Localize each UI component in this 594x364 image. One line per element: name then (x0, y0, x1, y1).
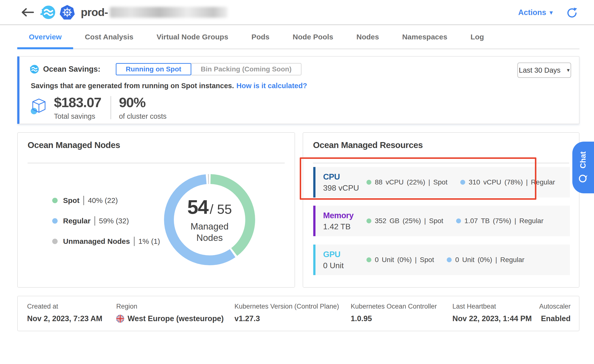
tab-overview[interactable]: Overview (17, 25, 73, 49)
cluster-cost-label: of cluster costs (119, 112, 166, 120)
actions-label: Actions (518, 8, 546, 17)
resource-row-cpu: CPU 398 vCPU 88 vCPU (22%) | Spot 310 vC… (313, 167, 570, 198)
stat-divider (111, 96, 111, 119)
savings-toggle: Running on Spot Bin Packing (Coming Soon… (116, 63, 301, 75)
uk-flag-icon (116, 315, 124, 323)
spot-dot-icon (366, 218, 371, 223)
gpu-total: 0 Unit (323, 261, 362, 270)
arrow-left-icon (21, 8, 34, 17)
spot-dot-icon (366, 180, 371, 185)
memory-spot-stat: 352 GB (25%) | Spot (366, 217, 443, 225)
regular-dot-icon (52, 218, 58, 224)
donut-label: Managed Nodes (191, 221, 229, 244)
ocean-managed-resources-card: Ocean Managed Resources CPU 398 vCPU 88 … (303, 132, 579, 288)
cluster-info-bar: Created at Nov 2, 2023, 7:23 AM Region W… (17, 296, 579, 331)
cpu-total: 398 vCPU (323, 183, 362, 193)
page-title: prod- (81, 6, 228, 19)
period-dropdown[interactable]: Last 30 Days ▾ (517, 63, 571, 78)
tab-nodes[interactable]: Nodes (345, 25, 391, 49)
period-value: Last 30 Days (519, 66, 561, 74)
cluster-name-prefix: prod- (81, 6, 108, 19)
cluster-cost-percent: 90% (119, 96, 166, 109)
divider (313, 163, 569, 163)
cluster-cost-stat: 90% of cluster costs (119, 96, 166, 120)
nodes-legend: Spot 40% (22) Regular 59% (32) Unmanaged… (52, 194, 160, 255)
back-button[interactable] (21, 7, 35, 17)
gpu-regular-stat: 0 Unit (0%) | Regular (447, 256, 524, 264)
cpu-spot-stat: 88 vCPU (22%) | Spot (366, 178, 447, 186)
total-count: / 55 (210, 201, 232, 217)
info-ocean-controller: Kubernetes Ocean Controller 1.0.95 (351, 303, 437, 323)
info-region: Region West Europe (westeurope) (116, 303, 224, 323)
unmanaged-dot-icon (52, 239, 58, 244)
managed-count: 54 (187, 196, 208, 218)
savings-cube-icon (31, 97, 47, 116)
chat-bubble-icon (578, 173, 588, 183)
header: prod- Actions ▾ (0, 0, 594, 25)
memory-total: 1.42 TB (323, 222, 362, 231)
legend-separator (134, 237, 134, 246)
chat-button[interactable]: Chat (572, 142, 594, 193)
gpu-spot-stat: 0 Unit (0%) | Spot (366, 256, 434, 264)
legend-item-spot: Spot 40% (22) (52, 194, 160, 207)
tab-log[interactable]: Log (459, 25, 495, 49)
legend-item-unmanaged: Unmanaged Nodes 1% (1) (52, 234, 160, 248)
how-calculated-link[interactable]: How is it calculated? (236, 82, 307, 90)
resources-card-title: Ocean Managed Resources (313, 140, 423, 150)
regular-dot-icon (447, 257, 452, 262)
cpu-label: CPU (323, 172, 362, 182)
actions-button[interactable]: Actions ▾ (518, 8, 553, 17)
savings-description: Savings that are generated from running … (31, 82, 307, 90)
regular-dot-icon (460, 180, 465, 185)
memory-label: Memory (323, 211, 362, 220)
info-k8s-version: Kubernetes Version (Control Plane) v1.27… (234, 303, 339, 323)
chevron-down-icon: ▾ (567, 67, 570, 73)
spot-dot-icon (366, 257, 371, 262)
gpu-label: GPU (323, 250, 362, 259)
cpu-regular-stat: 310 vCPU (78%) | Regular (460, 178, 555, 186)
chevron-down-icon: ▾ (550, 9, 553, 16)
legend-separator (95, 216, 95, 226)
memory-accent-bar (313, 206, 315, 236)
running-on-spot-button[interactable]: Running on Spot (116, 63, 192, 75)
tab-bar: Overview Cost Analysis Virtual Node Grou… (17, 25, 579, 49)
tab-node-pools[interactable]: Node Pools (281, 25, 345, 49)
info-autoscaler: Autoscaler Enabled (539, 303, 571, 323)
spot-dot-icon (52, 198, 58, 203)
divider (28, 163, 285, 163)
cpu-accent-bar (313, 167, 315, 198)
total-savings-stat: $183.07 Total savings (54, 96, 101, 120)
tab-namespaces[interactable]: Namespaces (391, 25, 459, 49)
refresh-icon[interactable] (566, 7, 578, 18)
chat-label: Chat (579, 151, 588, 168)
tab-virtual-node-groups[interactable]: Virtual Node Groups (145, 25, 240, 49)
ocean-savings-label: Ocean Savings: (43, 65, 100, 74)
regular-dot-icon (456, 218, 461, 223)
info-created-at: Created at Nov 2, 2023, 7:23 AM (27, 303, 102, 323)
managed-nodes-donut-chart: 54 / 55 Managed Nodes (164, 174, 255, 265)
donut-center-text: 54 / 55 Managed Nodes (164, 174, 255, 265)
total-savings-value: $183.07 (54, 96, 101, 109)
legend-separator (83, 196, 84, 205)
total-savings-label: Total savings (54, 112, 101, 120)
resource-row-memory: Memory 1.42 TB 352 GB (25%) | Spot 1.07 … (313, 206, 570, 236)
info-last-heartbeat: Last Heartbeat Nov 22, 2023, 1:44 PM (452, 303, 532, 323)
ocean-savings-panel: Ocean Savings: Running on Spot Bin Packi… (17, 56, 579, 124)
resource-row-gpu: GPU 0 Unit 0 Unit (0%) | Spot 0 Unit (0%… (313, 245, 570, 275)
kubernetes-logo-icon (60, 5, 75, 20)
ocean-managed-nodes-card: Ocean Managed Nodes Spot 40% (22) Regula… (17, 132, 295, 288)
nodes-card-title: Ocean Managed Nodes (28, 140, 120, 150)
ocean-savings-icon (29, 64, 39, 74)
tab-cost-analysis[interactable]: Cost Analysis (73, 25, 145, 49)
legend-item-regular: Regular 59% (32) (52, 214, 160, 228)
bin-packing-button[interactable]: Bin Packing (Coming Soon) (191, 63, 301, 75)
gpu-accent-bar (313, 245, 315, 275)
tab-pods[interactable]: Pods (240, 25, 281, 49)
ocean-logo-icon (40, 4, 56, 20)
memory-regular-stat: 1.07 TB (75%) | Regular (456, 217, 544, 225)
cluster-name-redacted (110, 7, 228, 18)
